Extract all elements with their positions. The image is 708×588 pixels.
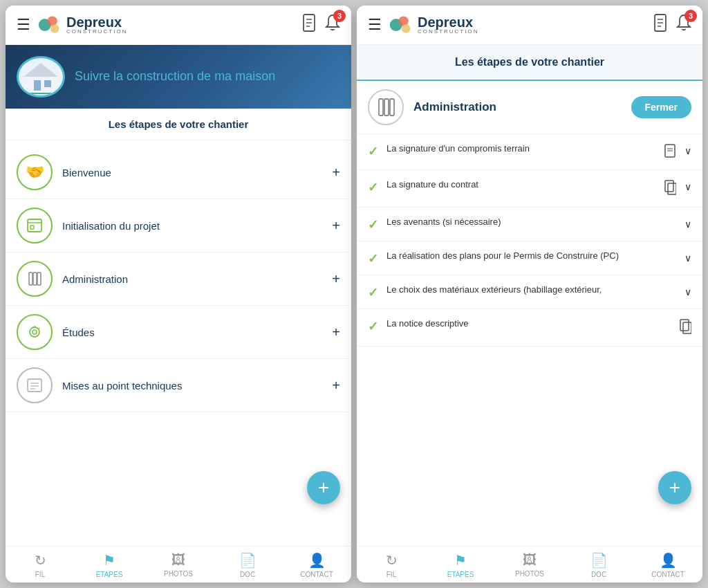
svg-marker-9 xyxy=(24,63,58,77)
nav-fil-left[interactable]: ↻ FIL xyxy=(6,546,75,582)
bottom-nav-right: ↻ FIL ⚑ ETAPES 🖼 PHOTOS 📄 DOC 👤 CONTACT xyxy=(357,546,702,582)
nav-photos-label-right: PHOTOS xyxy=(515,570,544,578)
check-doc-icon-2 xyxy=(664,180,676,199)
check-chevron-1[interactable]: ∨ xyxy=(684,145,691,156)
svg-rect-10 xyxy=(34,80,41,91)
svg-rect-11 xyxy=(44,80,51,87)
nav-etapes-icon-left: ⚑ xyxy=(103,552,115,569)
step-mises-au-point[interactable]: Mises au point techniques + xyxy=(6,359,351,412)
svg-rect-36 xyxy=(384,99,389,116)
check-chevron-5[interactable]: ∨ xyxy=(684,286,691,297)
logo-name-right: Depreux xyxy=(418,15,478,29)
check-mark-2: ✓ xyxy=(368,180,378,195)
nav-doc-label-left: DOC xyxy=(240,571,255,578)
nav-doc-left[interactable]: 📄 DOC xyxy=(213,546,282,582)
nav-photos-right[interactable]: 🖼 PHOTOS xyxy=(495,546,564,582)
step-etudes[interactable]: Études + xyxy=(6,306,351,359)
step-icon-etudes xyxy=(17,314,53,350)
svg-rect-12 xyxy=(20,93,62,94)
nav-photos-left[interactable]: 🖼 PHOTOS xyxy=(144,546,213,582)
check-doc-icon-6 xyxy=(679,319,691,338)
step-icon-mises-au-point xyxy=(17,367,53,403)
step-label-mises-au-point: Mises au point techniques xyxy=(62,380,322,392)
nav-doc-right[interactable]: 📄 DOC xyxy=(564,546,633,582)
logo-icon-right xyxy=(389,12,413,37)
header-left: ☰ Depreux CONSTRUCTION 3 xyxy=(6,6,351,45)
logo-icon-left xyxy=(37,12,62,37)
step-expand-administration[interactable]: + xyxy=(332,271,340,287)
svg-rect-16 xyxy=(29,273,32,285)
svg-rect-18 xyxy=(37,273,41,285)
check-item-5[interactable]: ✓ Le choix des matériaux extérieurs (hab… xyxy=(357,275,702,309)
nav-contact-icon-left: 👤 xyxy=(308,552,326,569)
check-text-2: La signature du contrat xyxy=(386,178,655,191)
nav-etapes-right[interactable]: ⚑ ETAPES xyxy=(426,546,495,582)
nav-fil-label-right: FIL xyxy=(386,571,396,578)
menu-button[interactable]: ☰ xyxy=(17,17,30,33)
document-icon-right[interactable] xyxy=(653,14,668,36)
logo-sub-left: CONSTRUCTION xyxy=(66,29,127,35)
hero-image xyxy=(17,56,65,98)
step-expand-etudes[interactable]: + xyxy=(332,324,340,340)
check-mark-5: ✓ xyxy=(368,285,378,300)
check-chevron-2[interactable]: ∨ xyxy=(684,181,691,192)
nav-etapes-left[interactable]: ⚑ ETAPES xyxy=(75,546,144,582)
check-item-3[interactable]: ✓ Les avenants (si nécessaire) ∨ xyxy=(357,208,702,241)
step-initialisation[interactable]: Initialisation du projet + xyxy=(6,199,351,252)
nav-fil-icon-left: ↻ xyxy=(35,552,46,569)
document-icon-left[interactable] xyxy=(301,14,317,36)
bottom-nav-left: ↻ FIL ⚑ ETAPES 🖼 PHOTOS 📄 DOC 👤 CONTACT xyxy=(6,546,351,582)
step-label-bienvenue: Bienvenue xyxy=(62,167,322,178)
fermer-button[interactable]: Fermer xyxy=(631,96,691,118)
notification-badge-right: 3 xyxy=(684,10,697,22)
check-text-6: La notice descriptive xyxy=(386,318,671,330)
step-administration[interactable]: Administration + xyxy=(6,252,351,306)
check-chevron-4[interactable]: ∨ xyxy=(684,252,691,264)
nav-etapes-label-left: ETAPES xyxy=(96,571,123,578)
check-item-4[interactable]: ✓ La réalisation des plans pour le Permi… xyxy=(357,241,702,275)
check-item-6[interactable]: ✓ La notice descriptive xyxy=(357,309,702,347)
nav-contact-icon-right: 👤 xyxy=(660,552,677,569)
nav-doc-icon-right: 📄 xyxy=(590,552,608,569)
nav-doc-icon-left: 📄 xyxy=(239,552,257,569)
nav-photos-icon-right: 🖼 xyxy=(523,552,537,568)
bell-icon-left[interactable]: 3 xyxy=(325,14,340,36)
nav-contact-left[interactable]: 👤 CONTACT xyxy=(282,546,351,582)
svg-rect-41 xyxy=(665,181,673,192)
section-title-left: Les étapes de votre chantier xyxy=(6,109,351,140)
step-bienvenue[interactable]: 🤝 Bienvenue + xyxy=(6,146,351,199)
step-icon-initialisation xyxy=(17,208,53,244)
step-expand-bienvenue[interactable]: + xyxy=(332,165,340,181)
fab-right[interactable]: + xyxy=(658,471,691,504)
fab-left[interactable]: + xyxy=(307,471,340,504)
admin-header: Administration Fermer xyxy=(357,81,702,134)
svg-rect-17 xyxy=(33,273,37,285)
svg-rect-37 xyxy=(390,99,394,116)
svg-point-29 xyxy=(402,24,411,33)
logo-name-left: Depreux xyxy=(66,15,127,29)
check-item-2[interactable]: ✓ La signature du contrat ∨ xyxy=(357,170,702,208)
nav-fil-right[interactable]: ↻ FIL xyxy=(357,546,426,582)
admin-label: Administration xyxy=(413,100,622,114)
step-icon-bienvenue: 🤝 xyxy=(17,154,53,190)
nav-photos-icon-left: 🖼 xyxy=(171,552,185,568)
svg-rect-13 xyxy=(28,219,41,232)
check-text-1: La signature d'un compromis terrain xyxy=(386,143,655,155)
house-image xyxy=(20,59,62,94)
step-expand-mises-au-point[interactable]: + xyxy=(332,378,340,394)
check-doc-icon-1 xyxy=(664,144,676,161)
step-label-administration: Administration xyxy=(62,273,322,285)
nav-contact-label-right: CONTACT xyxy=(651,571,684,578)
svg-rect-35 xyxy=(379,99,383,116)
nav-fil-icon-right: ↻ xyxy=(386,552,398,569)
bell-icon-right[interactable]: 3 xyxy=(676,14,691,36)
check-item-1[interactable]: ✓ La signature d'un compromis terrain ∨ xyxy=(357,134,702,170)
step-expand-initialisation[interactable]: + xyxy=(332,218,340,234)
check-chevron-3[interactable]: ∨ xyxy=(684,219,691,230)
header-right: ☰ Depreux CONSTRUCTION 3 xyxy=(357,6,702,45)
check-text-4: La réalisation des plans pour le Permis … xyxy=(386,250,676,262)
nav-contact-right[interactable]: 👤 CONTACT xyxy=(633,546,702,582)
menu-button-right[interactable]: ☰ xyxy=(368,17,382,33)
logo-left: Depreux CONSTRUCTION xyxy=(37,12,295,37)
logo-sub-right: CONSTRUCTION xyxy=(418,29,478,35)
